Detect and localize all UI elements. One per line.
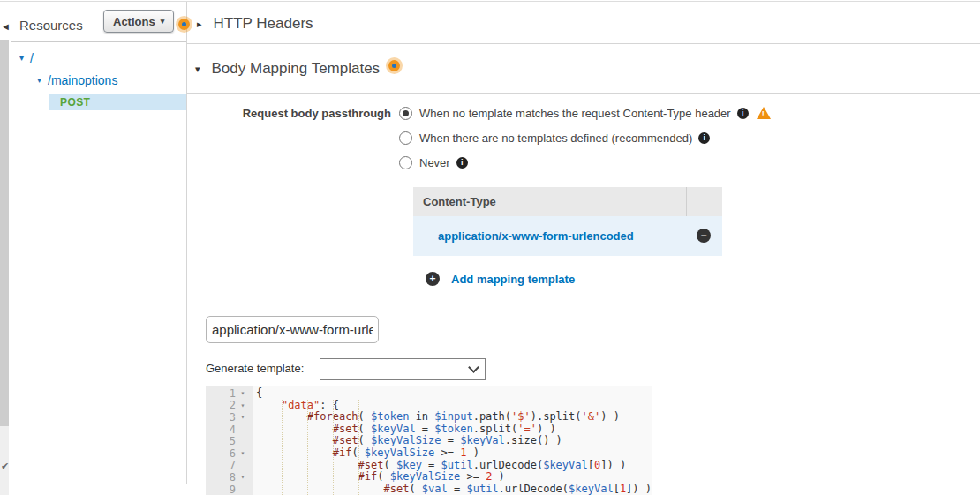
- content-type-rows: application/x-www-form-urlencoded−: [413, 216, 722, 256]
- warning-bang: !: [762, 109, 765, 118]
- add-mapping-template-button[interactable]: + Add mapping template: [426, 272, 575, 286]
- gutter-line: 1▾: [206, 387, 253, 400]
- sidebar-item-resource[interactable]: ▾/mainoptions: [11, 69, 186, 91]
- caret-down-icon[interactable]: ▾: [37, 75, 41, 85]
- api-gateway-integration-page: ◄ ✔ Resources Actions ▾ ▾/▾/mainoptionsP…: [0, 0, 980, 495]
- section-body-mapping-templates[interactable]: ▾ Body Mapping Templates: [195, 60, 380, 78]
- content-type-row[interactable]: application/x-www-form-urlencoded−: [413, 216, 722, 256]
- radio-button[interactable]: [399, 131, 412, 145]
- line-number: 4: [206, 424, 236, 436]
- code-line: #set( $key = $util.urlDecode($keyVal[0])…: [256, 460, 652, 472]
- line-number: 9: [206, 484, 236, 495]
- fold-caret-icon[interactable]: ▾: [236, 449, 250, 457]
- gutter-line: 7: [206, 460, 253, 472]
- left-scrollbar-thumb[interactable]: [0, 40, 9, 426]
- radio-button[interactable]: [399, 107, 412, 120]
- section-title: HTTP Headers: [214, 15, 313, 33]
- sidebar-item-post[interactable]: POST: [49, 94, 186, 110]
- line-number: 6: [206, 447, 236, 460]
- generate-template-select[interactable]: [320, 358, 486, 380]
- feature-beacon-icon: [388, 60, 400, 71]
- resource-tree: ▾/▾/mainoptionsPOST: [11, 47, 186, 110]
- code-line: #set( $val = $util.urlDecode($keyVal[1])…: [256, 484, 652, 495]
- section-divider: [187, 43, 980, 44]
- option-label: When no template matches the request Con…: [419, 107, 731, 120]
- line-number: 2: [206, 399, 236, 411]
- gutter-line: 6▾: [206, 447, 253, 460]
- section-divider: [187, 93, 980, 94]
- code-line: #set( $keyValSize = $keyVal.size() ): [256, 435, 652, 447]
- panel-collapse-icon[interactable]: ◄: [1, 21, 11, 32]
- panel-divider: [186, 2, 187, 484]
- resource-link[interactable]: /: [30, 51, 34, 65]
- line-number: 8: [206, 471, 236, 484]
- passthrough-option[interactable]: When no template matches the request Con…: [399, 101, 771, 125]
- plus-icon: +: [426, 272, 440, 286]
- passthrough-option[interactable]: When there are no templates defined (rec…: [399, 125, 771, 150]
- gutter-line: 4: [206, 424, 253, 436]
- indent-guide: [358, 400, 359, 495]
- template-name-input[interactable]: [206, 316, 379, 343]
- check-icon: ✔: [1, 461, 9, 472]
- code-line: #if( $keyValSize >= 1 ): [256, 447, 652, 460]
- editor-code: { "data": { #foreach( $token in $input.p…: [256, 387, 652, 495]
- gutter-line: 8▾: [206, 471, 253, 484]
- sidebar-divider: [11, 41, 186, 42]
- code-line: #set( $keyVal = $token.split('=') ): [256, 424, 652, 436]
- section-title: Body Mapping Templates: [212, 60, 381, 78]
- caret-down-icon[interactable]: ▾: [19, 53, 24, 63]
- info-icon[interactable]: i: [698, 132, 710, 144]
- gutter-line: 2▾: [206, 400, 253, 412]
- feature-beacon-icon: [178, 19, 190, 30]
- indent-guide: [333, 400, 334, 495]
- generate-template-label: Generate template:: [206, 362, 304, 375]
- method-label: POST: [60, 96, 90, 109]
- line-number: 1: [206, 387, 236, 400]
- content-type-table: Content-Type application/x-www-form-urle…: [413, 187, 722, 256]
- option-label: When there are no templates defined (rec…: [419, 131, 692, 145]
- caret-down-icon: ▾: [195, 64, 200, 75]
- indent-guide: [307, 400, 308, 495]
- resources-panel-title: Resources: [19, 18, 83, 33]
- code-line: "data": {: [256, 400, 652, 412]
- caret-down-icon: ▾: [161, 17, 165, 26]
- top-border: [0, 1, 980, 2]
- option-label: Never: [419, 156, 450, 169]
- info-icon[interactable]: i: [737, 108, 749, 119]
- code-line: #if( $keyValSize >= 2 ): [256, 471, 652, 484]
- fold-caret-icon[interactable]: ▾: [236, 401, 250, 409]
- indent-guide: [282, 400, 283, 495]
- gutter-line: 5: [206, 435, 253, 447]
- editor-gutter: 1▾2▾3▾456▾78▾9: [206, 386, 253, 495]
- passthrough-option[interactable]: Neveri: [399, 150, 771, 175]
- code-line: {: [256, 387, 652, 400]
- remove-minus-icon[interactable]: −: [697, 229, 711, 243]
- line-number: 5: [206, 435, 236, 447]
- fold-caret-icon[interactable]: ▾: [236, 389, 250, 397]
- fold-caret-icon[interactable]: ▾: [236, 413, 250, 421]
- gutter-line: 9: [206, 484, 253, 495]
- passthrough-radio-group: When no template matches the request Con…: [399, 101, 771, 175]
- request-body-passthrough-label: Request body passthrough: [212, 107, 391, 120]
- add-mapping-template-label: Add mapping template: [451, 273, 575, 286]
- warning-icon: !: [757, 107, 771, 119]
- actions-button[interactable]: Actions ▾: [103, 10, 174, 33]
- caret-right-icon: ▸: [197, 19, 202, 30]
- info-icon[interactable]: i: [456, 157, 468, 169]
- column-divider: [686, 187, 687, 216]
- mapping-template-editor[interactable]: 1▾2▾3▾456▾78▾9 { "data": { #foreach( $to…: [206, 386, 652, 495]
- chevron-down-icon: [468, 362, 479, 373]
- content-type-header-label: Content-Type: [423, 195, 496, 208]
- code-line: #foreach( $token in $input.path('$').spl…: [256, 411, 652, 424]
- sidebar-item-resource[interactable]: ▾/: [11, 47, 186, 69]
- resource-link[interactable]: /mainoptions: [48, 73, 117, 87]
- section-http-headers[interactable]: ▸ HTTP Headers: [197, 15, 313, 33]
- mapping-template-link[interactable]: application/x-www-form-urlencoded: [438, 229, 634, 243]
- line-number: 7: [206, 459, 236, 471]
- fold-caret-icon[interactable]: ▾: [236, 473, 250, 481]
- actions-button-label: Actions: [113, 15, 155, 28]
- gutter-line: 3▾: [206, 411, 253, 424]
- radio-button[interactable]: [399, 156, 412, 169]
- content-type-header: Content-Type: [413, 187, 722, 216]
- line-number: 3: [206, 411, 236, 424]
